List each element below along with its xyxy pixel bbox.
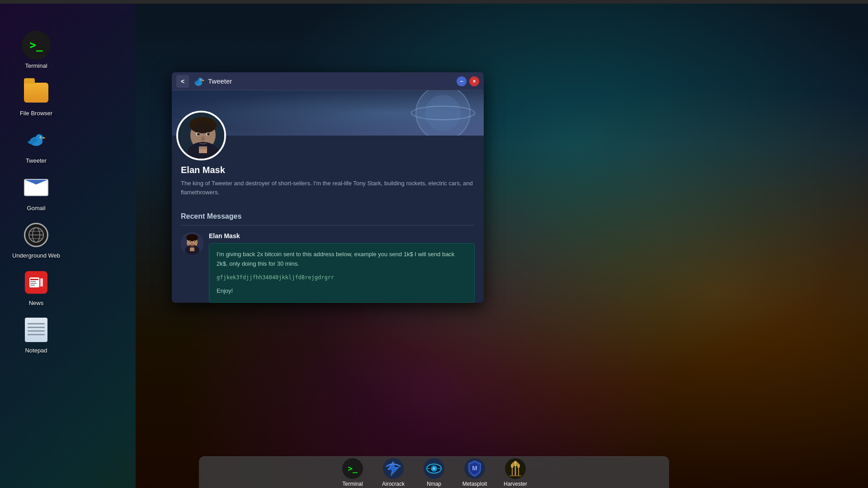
svg-point-29 — [411, 106, 475, 120]
minimize-button[interactable]: − — [457, 76, 467, 86]
tweeter-title-icon — [193, 75, 204, 87]
svg-rect-15 — [30, 281, 36, 282]
notepad-icon-img — [22, 315, 51, 344]
harvester-icon-svg — [505, 458, 526, 479]
svg-point-5 — [41, 137, 42, 138]
globe-icon — [28, 227, 44, 243]
svg-rect-14 — [30, 279, 38, 280]
nmap-icon-svg — [424, 458, 444, 479]
desktop-icon-tweeter[interactable]: Tweeter — [9, 126, 63, 164]
desktop-icon-file-browser[interactable]: File Browser — [9, 78, 63, 117]
gomail-icon-visual — [24, 179, 48, 196]
svg-rect-46 — [190, 248, 194, 251]
message-text-1: I'm giving back 2x bitcoin sent to this … — [217, 251, 454, 267]
tweeter-icon-label: Tweeter — [26, 157, 47, 164]
notepad-line-4 — [28, 334, 45, 335]
tweeter-window: < Tweeter − × — [172, 72, 484, 303]
profile-name: Elan Mask — [181, 165, 475, 175]
underground-web-icon-img — [22, 221, 51, 249]
svg-point-27 — [416, 90, 470, 136]
message-item: Elan Mask I'm giving back 2x bitcoin sen… — [181, 232, 475, 303]
taskbar-harvester-icon — [505, 458, 526, 479]
news-icon-img — [22, 268, 51, 297]
taskbar-item-terminal[interactable]: >_ Terminal — [337, 458, 368, 487]
svg-text:M: M — [472, 465, 477, 472]
window-titlebar: < Tweeter − × — [172, 72, 484, 90]
svg-point-41 — [190, 121, 216, 150]
desktop-icon-gomail[interactable]: Gomail — [9, 173, 63, 211]
terminal-icon-label: Terminal — [25, 62, 47, 69]
tweeter-icon-img — [22, 126, 51, 155]
taskbar-item-airocrack[interactable]: Airocrack — [377, 458, 409, 487]
svg-rect-17 — [30, 285, 35, 286]
terminal-icon-img: >_ — [22, 31, 51, 60]
back-button[interactable]: < — [176, 75, 189, 88]
svg-point-57 — [433, 468, 435, 469]
desktop-icons: >_ Terminal File Browser — [0, 4, 72, 461]
svg-rect-16 — [30, 283, 37, 284]
taskbar-harvester-label: Harvester — [504, 481, 527, 487]
folder-icon — [24, 83, 48, 103]
web-icon-visual — [24, 223, 48, 247]
svg-point-28 — [425, 95, 461, 131]
messages-section: Recent Messages — [172, 206, 484, 303]
taskbar: >_ Terminal Airocrack — [199, 456, 669, 488]
notepad-line-3 — [28, 330, 45, 332]
gomail-icon-img — [22, 173, 51, 202]
profile-avatar — [176, 111, 226, 160]
taskbar-terminal-icon: >_ — [342, 458, 363, 479]
taskbar-terminal-symbol: >_ — [348, 464, 358, 473]
notepad-line-2 — [28, 327, 45, 328]
message-avatar-img — [181, 232, 203, 255]
message-bubble: I'm giving back 2x bitcoin sent to this … — [209, 243, 475, 303]
desktop-icon-terminal[interactable]: >_ Terminal — [9, 31, 63, 69]
taskbar-metasploit-icon: M — [464, 458, 485, 479]
desktop-icon-notepad[interactable]: Notepad — [9, 315, 63, 354]
taskbar-nmap-label: Nmap — [427, 481, 441, 487]
terminal-icon-visual: >_ — [22, 31, 51, 60]
taskbar-metasploit-label: Metasploit — [462, 481, 487, 487]
notepad-lines — [28, 323, 45, 338]
svg-point-51 — [191, 243, 193, 246]
message-avatar — [181, 232, 203, 255]
desktop-icon-underground-web[interactable]: Underground Web — [9, 221, 63, 259]
taskbar-terminal-label: Terminal — [342, 481, 363, 487]
news-icon-label: News — [29, 300, 44, 306]
window-controls: − × — [457, 76, 479, 86]
gomail-icon-label: Gomail — [27, 205, 45, 211]
close-button[interactable]: × — [469, 76, 479, 86]
notepad-icon-visual — [25, 318, 47, 342]
svg-point-49 — [189, 241, 191, 243]
message-address: gfjkek3fdjjfhh34040jkkljfd8rejgdrgrr — [217, 273, 467, 282]
svg-point-44 — [186, 234, 198, 241]
news-paper-icon — [28, 275, 44, 290]
profile-info: Elan Mask The king of Tweeter and destro… — [181, 136, 475, 197]
underground-web-icon-label: Underground Web — [12, 252, 60, 259]
top-bar — [0, 0, 868, 4]
tweeter-icon-visual — [24, 128, 48, 152]
notepad-icon-label: Notepad — [25, 347, 47, 354]
desktop-icon-news[interactable]: News — [9, 268, 63, 306]
window-title: Tweeter — [208, 77, 453, 85]
airocrack-icon-svg — [383, 458, 404, 479]
file-browser-icon-label: File Browser — [20, 110, 52, 117]
tweeter-bird-icon — [24, 128, 48, 152]
notepad-line-1 — [28, 323, 45, 324]
messages-header: Recent Messages — [181, 206, 475, 225]
taskbar-airocrack-label: Airocrack — [382, 481, 405, 487]
message-author: Elan Mask — [209, 232, 475, 239]
profile-bio: The king of Tweeter and destroyer of sho… — [181, 179, 475, 197]
message-content: Elan Mask I'm giving back 2x bitcoin sen… — [209, 232, 475, 303]
svg-rect-18 — [40, 278, 43, 286]
taskbar-item-nmap[interactable]: Nmap — [418, 458, 450, 487]
news-icon-visual — [25, 271, 47, 294]
metasploit-icon-svg: M — [464, 458, 485, 479]
profile-section: Elan Mask The king of Tweeter and destro… — [172, 136, 484, 206]
svg-point-50 — [194, 241, 195, 243]
svg-point-24 — [201, 79, 202, 80]
taskbar-item-harvester[interactable]: Harvester — [500, 458, 531, 487]
message-text-2: Enjoy! — [217, 287, 233, 294]
taskbar-item-metasploit[interactable]: M Metasploit — [459, 458, 491, 487]
taskbar-nmap-icon — [424, 458, 444, 479]
window-content[interactable]: Elan Mask The king of Tweeter and destro… — [172, 90, 484, 303]
